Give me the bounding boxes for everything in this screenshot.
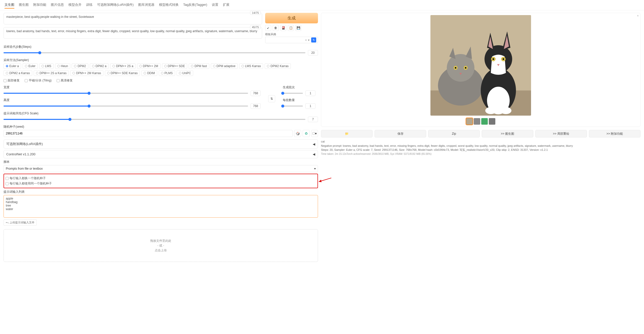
clear-style-icon[interactable]: × [305,38,307,42]
batch-size-slider[interactable] [283,106,303,107]
script-select[interactable]: Prompts from file or textbox▾ [4,165,318,172]
lora-accordion[interactable]: 可选附加网络(LoRA插件)◀ [4,139,318,149]
output-preview: × [321,13,640,127]
sampler-plms[interactable]: PLMS [159,70,175,76]
batch-size-label: 每批数量 [283,98,318,102]
sampler-dpm-2m[interactable]: DPM++ 2M [137,63,160,69]
send-inpaint-button[interactable]: >> 局部重绘 [535,130,587,137]
sampler-dpm-fast[interactable]: DPM fast [189,63,209,69]
tiling-check[interactable]: 平铺/分块 (Tiling) [25,78,52,83]
dice-icon[interactable]: 🎲 [294,130,301,137]
file-drop-zone[interactable]: 拖放文件至此处 - 或 - 点击上传 [4,229,318,262]
generation-info: cat Negative prompt: lowres, bad anatomy… [321,139,640,156]
hires-check[interactable]: 高清修复 [57,78,73,83]
width-value[interactable] [251,90,261,96]
tab-2[interactable]: 附加功能 [33,2,46,9]
sampler-heun[interactable]: Heun [55,63,70,69]
save-button[interactable]: 保存 [375,130,426,137]
thumb-2[interactable] [474,118,480,125]
sampler-euler-a[interactable]: Euler a [4,63,21,69]
sampler-dpm-2m-karras[interactable]: DPM++ 2M Karras [70,70,103,76]
tab-11[interactable]: 扩展 [223,2,229,9]
same-seed-check[interactable]: 每行输入都使用同一个随机种子 [6,181,316,186]
sampler-dpm2-a-karras[interactable]: DPM2 a Karras [4,70,32,76]
highlighted-options: 每行输入都换一个随机种子 每行输入都使用同一个随机种子 [4,174,318,188]
save-icon[interactable]: 💾 [295,25,301,31]
seed-extra-toggle[interactable]: ▾ [311,130,318,137]
sampler-dpm-adaptive[interactable]: DPM adaptive [211,63,238,69]
svg-point-21 [493,58,494,60]
batch-count-label: 生成批次 [283,85,318,89]
clipboard-icon[interactable]: 📋 [288,25,294,31]
output-image[interactable] [430,15,531,116]
height-value[interactable] [251,103,261,109]
thumb-4[interactable] [489,118,495,125]
sampler-unipc[interactable]: UniPC [177,70,193,76]
width-label: 宽度 [4,85,261,89]
tab-0[interactable]: 文生图 [5,2,14,9]
width-slider[interactable] [4,93,248,94]
swap-dims-button[interactable]: ⇅ [268,95,275,102]
sampler-ddim[interactable]: DDIM [141,70,157,76]
height-label: 高度 [4,98,261,102]
tab-7[interactable]: 图库浏览器 [138,2,154,9]
cfg-value[interactable] [308,117,318,122]
card-icon[interactable]: 🎴 [280,25,286,31]
tab-5[interactable]: 训练 [86,2,93,9]
face-restore-check[interactable]: 面部修复 [4,78,20,83]
steps-slider[interactable] [4,52,305,53]
svg-point-25 [485,107,496,114]
apply-style-icon[interactable]: ↻ [311,37,316,42]
tab-8[interactable]: 模型格式转换 [159,2,179,9]
upload-prompts-button[interactable]: ⮢ 上传提示词输入文件 [4,219,37,226]
prompt-list-input[interactable]: apple handbag tree water [4,195,318,218]
chevron-left-icon: ◀ [313,142,315,146]
cfg-slider[interactable] [4,119,305,120]
sampler-dpm2-a[interactable]: DPM2 a [90,63,109,69]
trash-icon[interactable]: 🗑 [273,25,279,31]
height-slider[interactable] [4,106,248,107]
arrow-icon[interactable]: ↙ [265,25,271,31]
seed-input[interactable] [4,130,293,137]
sampler-dpm-2s-a-karras[interactable]: DPM++ 2S a Karras [34,70,69,76]
sampler-dpm2-karras[interactable]: DPM2 Karras [265,63,291,69]
sampler-dpm-sde[interactable]: DPM++ SDE [162,63,187,69]
thumb-1[interactable] [466,118,473,125]
tab-4[interactable]: 模型合并 [68,2,82,9]
generate-button[interactable]: 生成 [265,13,318,23]
sampler-dpm-2s-a[interactable]: DPM++ 2S a [110,63,136,69]
tab-6[interactable]: 可选附加网络(LoRA插件) [97,2,134,9]
top-tabs: 文生图图生图附加功能图片信息模型合并训练可选附加网络(LoRA插件)图库浏览器模… [0,0,644,10]
steps-value[interactable] [308,50,318,56]
open-folder-button[interactable]: 📁 [321,130,373,137]
send-img2img-button[interactable]: >> 图生图 [482,130,533,137]
output-thumbnails [323,118,638,125]
neg-prompt-counter: 45/75 [250,25,261,29]
tab-1[interactable]: 图生图 [19,2,29,9]
batch-count-value[interactable] [305,90,315,96]
tab-10[interactable]: 设置 [212,2,218,9]
zip-button[interactable]: Zip [428,130,480,137]
tab-9[interactable]: Tag反推(Tagger) [183,2,207,9]
style-label: 模板风格 [265,32,318,36]
close-icon[interactable]: × [637,14,639,18]
sampler-euler[interactable]: Euler [23,63,38,69]
tab-3[interactable]: 图片信息 [51,2,64,9]
style-select[interactable]: ×▾ ↻ [265,37,318,43]
prompt-input[interactable]: masterpiece, best quality,people walking… [4,13,262,24]
controlnet-accordion[interactable]: ControlNet v1.1.200◀ [4,150,318,158]
iterate-seed-check[interactable]: 每行输入都换一个随机种子 [6,176,316,180]
batch-size-value[interactable] [305,103,315,109]
sampler-dpm2[interactable]: DPM2 [72,63,88,69]
sampler-lms-karras[interactable]: LMS Karras [239,63,263,69]
recycle-icon[interactable]: ♻ [303,130,310,137]
chevron-left-icon: ◀ [313,152,315,156]
neg-prompt-input[interactable]: lowres, bad anatomy, bad hands, text, er… [4,27,262,39]
batch-count-slider[interactable] [283,93,303,94]
svg-point-23 [503,58,504,60]
send-extras-button[interactable]: >> 附加功能 [589,130,640,137]
chevron-down-icon: ▾ [314,167,316,170]
thumb-3[interactable] [481,118,488,125]
sampler-lms[interactable]: LMS [39,63,54,69]
sampler-dpm-sde-karras[interactable]: DPM++ SDE Karras [105,70,140,76]
